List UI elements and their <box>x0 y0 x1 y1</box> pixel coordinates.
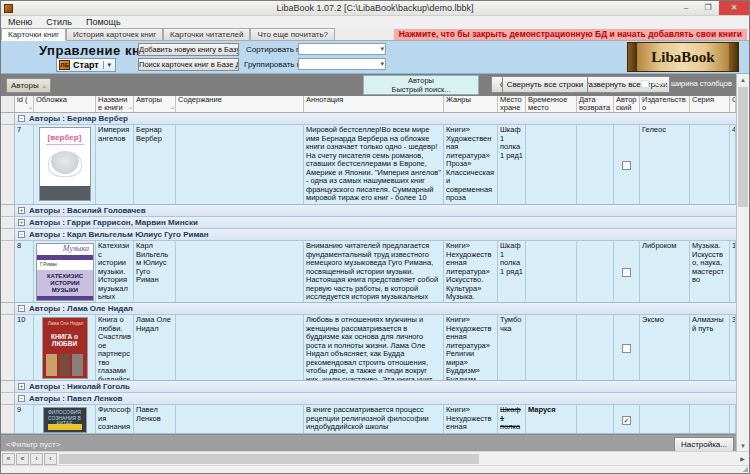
start-dropdown-icon[interactable]: ▾ <box>103 61 115 69</box>
nav-prev-group-button[interactable]: « <box>16 453 29 465</box>
minimize-button[interactable]: – <box>675 1 697 15</box>
cell-return-date <box>577 315 614 380</box>
row-indicator <box>1 393 15 404</box>
group-row-lenkov[interactable]: −Авторы : Павел Ленков <box>1 393 736 405</box>
row-indicator <box>1 241 15 302</box>
collapse-icon[interactable]: − <box>18 115 25 122</box>
table-body: −Авторы : Бернар Вербер 7 [вербер] Импер… <box>1 113 736 434</box>
col-title[interactable]: Название книги▵ <box>96 96 134 112</box>
cell-author-flag <box>614 241 640 302</box>
cell-publisher <box>640 405 690 433</box>
cell-contents <box>176 315 304 380</box>
col-temp-place[interactable]: Временное место хранения <box>526 96 577 112</box>
sort-by-select[interactable]: ▾ <box>298 43 386 55</box>
col-genres[interactable]: Жанры <box>444 96 498 112</box>
checkbox-auto-width[interactable] <box>641 80 649 88</box>
search-books-button[interactable]: Поиск карточек книг в Базе Данных <box>138 58 239 71</box>
table-row-10[interactable]: 10 Лама Оле Нидал КНИГА о ЛЮБВИ Книга о … <box>1 315 736 381</box>
libabook-logo: LibaBook <box>627 42 739 72</box>
collapse-all-button[interactable]: Свернуть все строки <box>502 76 588 93</box>
table-row-7[interactable]: 7 [вербер] Империя ангелов Бернар Вербер… <box>1 125 736 205</box>
header-panel: Управление книгами ЛБ Старт ▾ Добавить н… <box>1 41 749 74</box>
cell-publisher: Либроком <box>640 241 690 302</box>
group-by-select[interactable]: ▾ <box>298 58 386 70</box>
col-publisher[interactable]: Издательство <box>640 96 690 112</box>
book-cover-lenkov: ФИЛОСОФИЯ СОЗНАНИЯ В КИТАЕ <box>43 407 87 433</box>
horizontal-scroll-thumb[interactable] <box>59 454 479 464</box>
expand-icon[interactable]: + <box>18 383 25 390</box>
expand-icon[interactable]: + <box>18 207 25 214</box>
collapse-icon[interactable]: − <box>18 395 25 402</box>
group-row-gogol[interactable]: +Авторы : Николай Гоголь <box>1 381 736 393</box>
col-return-date[interactable]: Дата возврата <box>577 96 614 112</box>
settings-button[interactable]: Настройка... <box>674 437 734 452</box>
scroll-right-icon[interactable]: ▶ <box>736 453 749 465</box>
col-authors[interactable]: Авторы▵ <box>134 96 176 112</box>
col-cut[interactable]: С <box>730 96 736 112</box>
col-id[interactable]: id (▵ <box>15 96 34 112</box>
group-label: Авторы : Николай Гоголь <box>29 381 130 392</box>
checkbox-author[interactable] <box>622 268 631 277</box>
tab-card-history[interactable]: История карточек книг <box>66 28 163 40</box>
expand-icon[interactable]: + <box>18 219 25 226</box>
libabook-mini-icon: ЛБ <box>59 60 70 70</box>
title-bar: LibaBook 1.07.2 [C:\LibaBook\backup\demo… <box>1 1 749 16</box>
cell-return-date <box>577 241 614 302</box>
group-row-riman[interactable]: −Авторы : Карл Вильгельм Юлиус Гуго Рима… <box>1 229 736 241</box>
status-bar <box>1 465 749 473</box>
horizontal-scroll-track[interactable] <box>59 453 736 465</box>
vertical-scroll-thumb[interactable] <box>738 87 748 207</box>
nav-first-button[interactable]: « <box>2 453 15 465</box>
vertical-scrollbar[interactable]: ▲ ▼ <box>736 74 749 453</box>
menu-main[interactable]: Меню <box>1 17 39 27</box>
menu-help[interactable]: Помощь <box>79 17 128 27</box>
col-contents[interactable]: Содержание <box>176 96 304 112</box>
col-author-flag[interactable]: Авторский <box>614 96 640 112</box>
collapse-icon[interactable]: − <box>18 305 25 312</box>
cell-genres: Книги» Нехудожественная литература» Иску… <box>444 241 498 302</box>
col-place[interactable]: Место хранения <box>498 96 526 112</box>
nav-prev-button[interactable]: ‹ <box>30 453 43 465</box>
vertical-scroll-track[interactable] <box>737 87 749 440</box>
table-row-8[interactable]: 8 Музыка Г.Риман КАТЕХИЗИС ИСТОРИИ МУЗЫК… <box>1 241 736 303</box>
tab-book-cards[interactable]: Карточки книг <box>1 28 66 41</box>
menu-style[interactable]: Стиль <box>39 17 79 27</box>
resize-grip[interactable] <box>742 466 748 472</box>
cell-id: 7 <box>15 125 34 204</box>
book-cover-riman: Музыка Г.Риман КАТЕХИЗИС ИСТОРИИ МУЗЫКИ <box>36 243 94 301</box>
table-row-9[interactable]: 9 ФИЛОСОФИЯ СОЗНАНИЯ В КИТАЕ Философия с… <box>1 405 736 434</box>
add-book-button[interactable]: Добавить новую книгу в Базу Данных <box>138 43 239 56</box>
col-annotation[interactable]: Аннотация <box>304 96 444 112</box>
checkbox-author-checked[interactable]: ✓ <box>622 416 631 425</box>
cell-return-date <box>577 125 614 204</box>
group-row-golovachev[interactable]: +Авторы : Василий Головачев <box>1 205 736 217</box>
nav-back-button[interactable]: ‹ <box>44 453 57 465</box>
filter-status: <Фильтр пуст> <box>1 440 674 449</box>
auto-width-toggle[interactable]: Авто ширина столбцов <box>641 79 732 88</box>
checkbox-author[interactable] <box>622 344 631 353</box>
cell-id: 9 <box>15 405 34 433</box>
quick-search-button[interactable]: Авторы Быстрый поиск... <box>363 75 479 95</box>
group-row-verber[interactable]: −Авторы : Бернар Вербер <box>1 113 736 125</box>
group-chip-authors[interactable]: Авторы▵ <box>6 78 51 93</box>
col-series[interactable]: Серия <box>690 96 730 112</box>
row-indicator <box>1 125 15 204</box>
start-button[interactable]: ЛБ Старт ▾ <box>56 58 116 72</box>
demo-db-banner[interactable]: Нажмите, что бы закрыть демонстрационную… <box>394 29 747 40</box>
tab-reader-cards[interactable]: Карточки читателей <box>163 28 250 40</box>
cover-author: Г.Риман <box>37 260 93 270</box>
collapse-icon[interactable]: − <box>18 231 25 238</box>
group-row-harrison[interactable]: +Авторы : Гарри Гаррисон, Марвин Мински <box>1 217 736 229</box>
col-cover[interactable]: Обложка <box>34 96 96 112</box>
cell-id: 10 <box>15 315 34 380</box>
cell-authors: Карл Вильгельм Юлиус Гуго Риман <box>134 241 176 302</box>
horizontal-scrollbar[interactable]: « « ‹ ‹ ▶ <box>1 451 749 465</box>
group-row-nidal[interactable]: −Авторы : Лама Оле Нидал <box>1 303 736 315</box>
scroll-up-icon[interactable]: ▲ <box>737 74 749 87</box>
checkbox-author[interactable] <box>622 161 631 170</box>
tab-what-to-read[interactable]: Что еще почитать? <box>250 28 335 40</box>
cover-strip <box>37 296 93 300</box>
maximize-button[interactable]: ❐ <box>697 1 719 15</box>
row-indicator <box>1 405 15 433</box>
close-button[interactable]: ✕ <box>719 1 749 15</box>
